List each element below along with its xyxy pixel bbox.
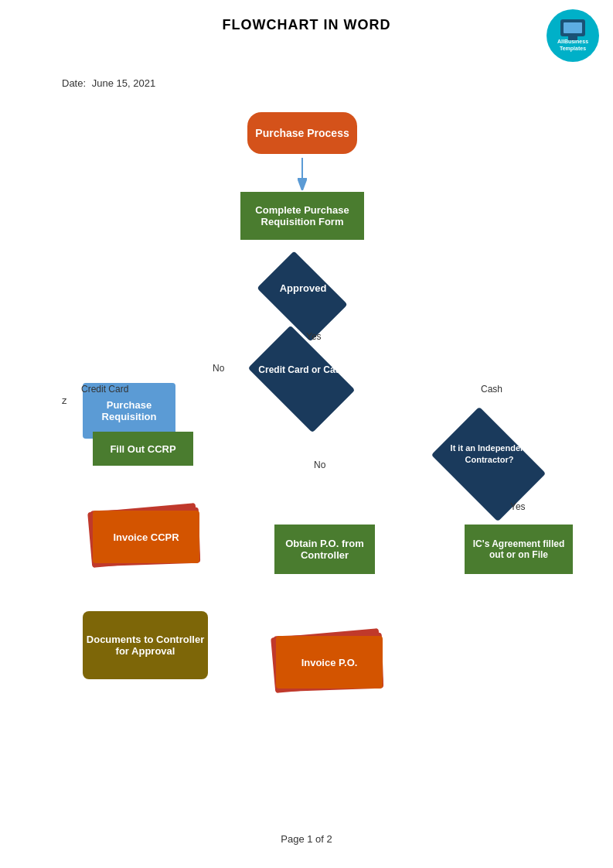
no-label-approved: No [213,363,224,374]
logo: AllBusiness Templates [547,9,599,62]
start-node: Purchase Process [247,112,357,154]
complete-form-node: Complete Purchase Requisition Form [240,192,364,240]
date-label: Date: [62,77,86,89]
page-footer: Page 1 of 2 [0,833,613,845]
fill-ccrp-label: Fill Out CCRP [110,443,175,455]
docs-controller-label: Documents to Controller for Approval [83,634,208,657]
logo-text: AllBusiness Templates [557,39,588,52]
page: AllBusiness Templates FLOWCHART IN WORD … [0,0,613,868]
footer-text: Page 1 of 2 [281,833,332,845]
approved-node: Approved [260,265,346,329]
approved-label: Approved [260,282,346,294]
ic-agreement-node: IC's Agreement filled out or on File [465,525,573,574]
indep-contractor-label: It it an Independent Contractor? [435,443,543,466]
invoice-po-node: Invoice P.O. [276,636,383,689]
yes-label-ic: Yes [510,501,526,512]
date-value: June 15, 2021 [92,77,155,89]
page-title: FLOWCHART IN WORD [0,0,613,33]
ic-agreement-label: IC's Agreement filled out or on File [465,538,573,560]
invoice-po-label: Invoice P.O. [301,657,358,668]
independent-contractor-node: It it an Independent Contractor? [435,424,543,506]
date-line: Date: June 15, 2021 [62,77,155,89]
purchase-req-label: Purchase Requisition [83,399,175,422]
no-label-ic: No [314,460,325,470]
invoice-ccpr-label: Invoice CCPR [113,531,179,543]
z-label: z [62,395,67,406]
credit-cash-node: Credit Card or Cash [250,343,355,417]
cash-label: Cash [481,384,502,395]
yes-label-approved: Yes [306,331,322,342]
obtain-po-label: Obtain P.O. from Controller [274,538,375,561]
complete-form-label: Complete Purchase Requisition Form [240,204,364,227]
logo-monitor-icon [560,19,585,36]
fill-ccrp-node: Fill Out CCRP [93,432,193,466]
start-label: Purchase Process [255,127,349,139]
credit-cash-label: Credit Card or Cash [250,364,355,377]
obtain-po-node: Obtain P.O. from Controller [274,525,375,574]
docs-controller-node: Documents to Controller for Approval [83,611,208,679]
invoice-ccpr-node: Invoice CCPR [93,511,199,563]
credit-card-label: Credit Card [81,384,128,395]
logo-screen-icon [564,22,582,33]
